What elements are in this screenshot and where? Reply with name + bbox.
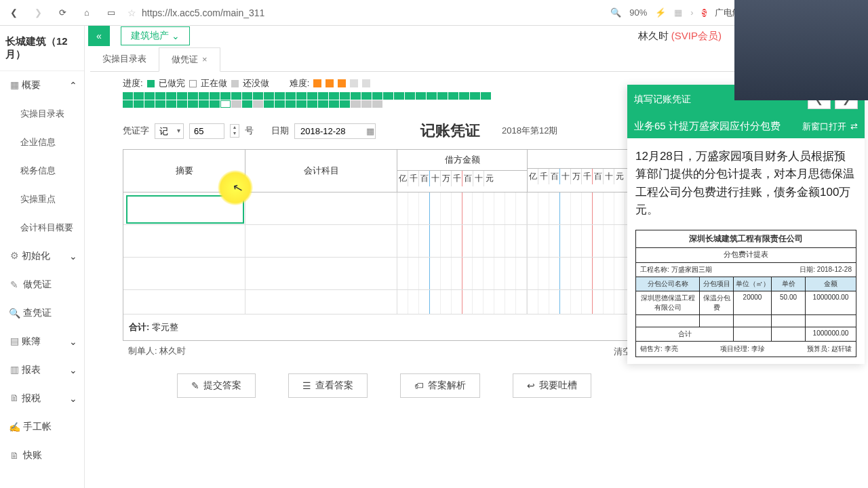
company-title: 长城建筑（12月） [0,26,84,71]
sidebar: 长城建筑（12月） ▦ 概要 ⌃ 实操目录表 企业信息 税务信息 实操重点 会计… [0,26,85,488]
task-description: 12月28日，万盛家园项目财务人员根据预算部门提供的分包计提表，对本月思德保温工… [627,138,865,230]
grid-icon: ▦ [9,80,19,89]
chevron-down-icon: ⌄ [69,251,77,262]
chevron-down-icon: ⌄ [69,336,77,347]
maker-info: 制单人: 林久时 [123,341,191,364]
forward-button[interactable]: ❯ [30,5,46,21]
category-label: 建筑地产 [131,30,169,42]
swap-icon: ⇄ [850,121,858,131]
col-account: 会计科目 [245,150,397,192]
doc-icon: 🗎 [9,451,19,460]
reload-button[interactable]: ⟳ [54,5,71,21]
task-fill-label: 填写记账凭证 [634,94,691,106]
account-cell[interactable] [245,258,397,289]
account-cell[interactable] [245,290,397,314]
sidebar-item-tax[interactable]: 🗎 报税 ⌄ [0,384,84,413]
summary-cell[interactable] [123,290,245,314]
tab-make-voucher[interactable]: 做凭证× [159,47,220,72]
sogou-ext-icon[interactable]: S [702,9,707,17]
sidebar-item-ledger[interactable]: ▤ 账簿 ⌄ [0,327,84,356]
debit-cell[interactable] [397,258,528,289]
close-icon[interactable]: × [202,54,208,64]
pencil-icon: ✎ [191,380,199,391]
voucher-word-select[interactable]: 记 [155,123,184,139]
action-bar: ✎提交答案 ☰查看答案 🏷答案解析 ↩我要吐槽 [123,364,830,398]
sidebar-item-query-voucher[interactable]: 🔍 查凭证 [0,299,84,327]
reader-button[interactable]: ▭ [103,5,119,21]
more-icon[interactable]: › [690,7,693,18]
view-answer-button[interactable]: ☰查看答案 [288,373,368,398]
tab-catalog[interactable]: 实操目录表 [90,47,159,71]
url-text: https://lx.acc5.com/main_311 [142,7,264,18]
voucher-table: 摘要 会计科目 借方金额 亿千百十万千百十元 亿千百十万千百十元 [123,149,658,341]
sidebar-item-init[interactable]: ⚙ 初始化 ⌄ [0,242,84,270]
debit-cell[interactable] [397,290,528,314]
legend-done-icon [147,80,155,87]
voucher-total-row: 合计: 零元整 [123,314,658,340]
task-document: 深圳长城建筑工程有限责任公司 分包费计提表 工程名称: 万盛家园三期 日期: 2… [635,230,856,357]
qr-icon[interactable]: ▦ [674,7,682,18]
sidebar-sub-company-info[interactable]: 企业信息 [0,128,84,157]
doc-icon: 🗎 [9,393,19,403]
account-cell[interactable] [245,225,397,257]
calendar-icon[interactable]: ▦ [366,126,374,136]
book-icon: ▤ [9,336,19,346]
chevron-down-icon: ⌄ [69,393,77,404]
submit-button[interactable]: ✎提交答案 [177,373,256,398]
difficulty-star-icon [313,79,321,87]
sidebar-item-quick[interactable]: 🗎 快账 [0,441,84,470]
flash-icon[interactable]: ⚡ [655,7,666,18]
date-input[interactable] [294,123,376,139]
sidebar-item-report[interactable]: ▥ 报表 ⌄ [0,356,84,384]
webcam-overlay [734,0,868,100]
account-cell[interactable] [245,192,397,224]
star-icon[interactable]: ☆ [127,7,136,18]
analysis-button[interactable]: 🏷答案解析 [400,373,480,398]
difficulty-star-icon [362,79,370,87]
summary-cell[interactable] [123,258,245,289]
date-label: 日期 [271,125,289,137]
back-button[interactable]: ❮ [5,5,22,21]
gear-icon: ⚙ [9,251,19,260]
sidebar-item-overview[interactable]: ▦ 概要 ⌃ [0,71,84,100]
chevron-down-icon: ⌄ [69,365,77,375]
task-panel: 填写记账凭证 ❮ ❯ 业务65 计提万盛家园应付分包费 新窗口打开 ⇄ 12月2… [627,85,865,364]
user-info: 林久时 (SVIP会员) [638,30,722,43]
list-icon: ☰ [302,380,311,391]
legend-not-icon [231,80,239,87]
legend-doing-icon [189,80,197,87]
voucher-number-input[interactable] [189,123,224,139]
vip-badge: (SVIP会员) [671,30,722,41]
user-name: 林久时 [638,30,669,41]
search-icon: 🔍 [9,308,19,318]
debit-cell[interactable] [397,192,528,224]
number-spinner[interactable]: ▴▾ [230,124,239,138]
category-dropdown[interactable]: 建筑地产 ⌄ [121,26,190,45]
col-summary: 摘要 [123,150,245,192]
feedback-button[interactable]: ↩我要吐槽 [513,373,591,398]
open-new-window-link[interactable]: 新窗口打开 ⇄ [802,121,858,133]
collapse-sidebar-button[interactable]: « [88,26,110,46]
task-title: 业务65 计提万盛家园应付分包费 [634,120,781,133]
home-button[interactable]: ⌂ [79,5,95,21]
chevron-down-icon: ⌄ [172,30,180,41]
sidebar-sub-key-points[interactable]: 实操重点 [0,185,84,214]
sidebar-item-manual[interactable]: ✍ 手工帐 [0,413,84,441]
pencil-icon: ✎ [9,280,19,289]
summary-input[interactable] [126,195,244,224]
sidebar-sub-catalog[interactable]: 实操目录表 [0,100,84,128]
report-icon: ▥ [9,365,19,374]
zoom-icon[interactable]: 🔍 [610,7,621,18]
summary-cell[interactable] [123,225,245,257]
sidebar-sub-tax-info[interactable]: 税务信息 [0,157,84,185]
difficulty-star-icon [350,79,358,87]
voucher-period: 2018年第12期 [502,125,557,137]
sidebar-sub-account-summary[interactable]: 会计科目概要 [0,214,84,242]
sidebar-item-make-voucher[interactable]: ✎ 做凭证 [0,270,84,299]
voucher-title: 记账凭证 [420,121,480,141]
difficulty-star-icon [338,79,346,87]
debit-cell[interactable] [397,225,528,257]
zoom-level: 90% [629,7,647,18]
hand-icon: ✍ [9,422,19,432]
reply-icon: ↩ [527,380,535,391]
